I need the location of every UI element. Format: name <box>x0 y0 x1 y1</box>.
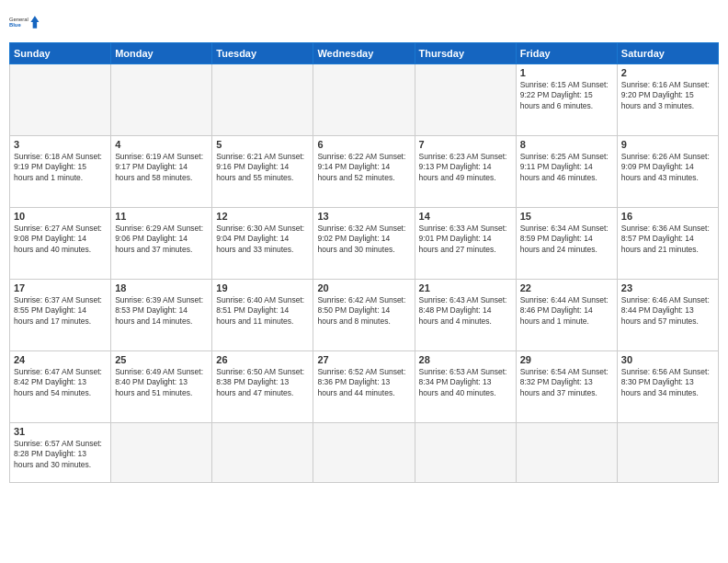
day-info: Sunrise: 6:44 AM Sunset: 8:46 PM Dayligh… <box>520 295 613 327</box>
day-number: 17 <box>14 282 107 293</box>
day-number: 2 <box>621 67 714 78</box>
day-info: Sunrise: 6:47 AM Sunset: 8:42 PM Dayligh… <box>14 367 107 398</box>
day-number: 13 <box>317 211 410 222</box>
weekday-header-sunday: Sunday <box>10 43 111 64</box>
day-number: 23 <box>621 282 714 293</box>
calendar-cell <box>415 64 516 136</box>
day-number: 25 <box>115 354 208 365</box>
calendar-cell <box>313 423 415 483</box>
calendar-cell: 9Sunrise: 6:26 AM Sunset: 9:09 PM Daylig… <box>617 136 718 208</box>
day-info: Sunrise: 6:26 AM Sunset: 9:09 PM Dayligh… <box>621 152 714 183</box>
day-info: Sunrise: 6:56 AM Sunset: 8:30 PM Dayligh… <box>621 367 714 398</box>
weekday-header-saturday: Saturday <box>617 43 718 64</box>
calendar-cell: 12Sunrise: 6:30 AM Sunset: 9:04 PM Dayli… <box>212 208 313 280</box>
day-info: Sunrise: 6:49 AM Sunset: 8:40 PM Dayligh… <box>115 367 208 398</box>
calendar-cell <box>415 423 516 483</box>
calendar-cell: 11Sunrise: 6:29 AM Sunset: 9:06 PM Dayli… <box>111 208 212 280</box>
calendar-week-0: 1Sunrise: 6:15 AM Sunset: 9:22 PM Daylig… <box>10 64 719 136</box>
day-number: 15 <box>520 211 613 222</box>
day-info: Sunrise: 6:23 AM Sunset: 9:13 PM Dayligh… <box>419 152 512 183</box>
calendar-cell: 20Sunrise: 6:42 AM Sunset: 8:50 PM Dayli… <box>313 280 415 351</box>
day-info: Sunrise: 6:27 AM Sunset: 9:08 PM Dayligh… <box>14 224 107 255</box>
day-number: 28 <box>419 354 512 365</box>
weekday-header-wednesday: Wednesday <box>313 43 415 64</box>
calendar-cell: 15Sunrise: 6:34 AM Sunset: 8:59 PM Dayli… <box>516 208 617 280</box>
day-number: 31 <box>14 426 107 437</box>
svg-text:Blue: Blue <box>9 22 21 28</box>
day-info: Sunrise: 6:57 AM Sunset: 8:28 PM Dayligh… <box>14 439 107 470</box>
day-number: 30 <box>621 354 714 365</box>
day-info: Sunrise: 6:43 AM Sunset: 8:48 PM Dayligh… <box>419 295 512 327</box>
calendar-cell <box>313 64 415 136</box>
calendar-week-5: 31Sunrise: 6:57 AM Sunset: 8:28 PM Dayli… <box>10 423 719 483</box>
calendar-cell: 24Sunrise: 6:47 AM Sunset: 8:42 PM Dayli… <box>10 351 111 423</box>
calendar-cell <box>212 423 313 483</box>
day-number: 11 <box>115 211 208 222</box>
calendar-cell: 22Sunrise: 6:44 AM Sunset: 8:46 PM Dayli… <box>516 280 617 351</box>
day-number: 20 <box>317 282 410 293</box>
day-info: Sunrise: 6:25 AM Sunset: 9:11 PM Dayligh… <box>520 152 613 183</box>
day-info: Sunrise: 6:19 AM Sunset: 9:17 PM Dayligh… <box>115 152 208 183</box>
day-number: 27 <box>317 354 410 365</box>
calendar-cell: 10Sunrise: 6:27 AM Sunset: 9:08 PM Dayli… <box>10 208 111 280</box>
calendar-cell: 25Sunrise: 6:49 AM Sunset: 8:40 PM Dayli… <box>111 351 212 423</box>
day-number: 9 <box>621 139 714 150</box>
day-number: 1 <box>520 67 613 78</box>
day-info: Sunrise: 6:15 AM Sunset: 9:22 PM Dayligh… <box>520 80 613 111</box>
calendar-cell: 27Sunrise: 6:52 AM Sunset: 8:36 PM Dayli… <box>313 351 415 423</box>
day-info: Sunrise: 6:32 AM Sunset: 9:02 PM Dayligh… <box>317 224 410 255</box>
calendar-cell: 28Sunrise: 6:53 AM Sunset: 8:34 PM Dayli… <box>415 351 516 423</box>
calendar-cell: 2Sunrise: 6:16 AM Sunset: 9:20 PM Daylig… <box>617 64 718 136</box>
calendar-cell <box>617 423 718 483</box>
svg-text:General: General <box>9 17 28 22</box>
calendar-table: SundayMondayTuesdayWednesdayThursdayFrid… <box>9 42 719 483</box>
day-info: Sunrise: 6:39 AM Sunset: 8:53 PM Dayligh… <box>115 295 208 327</box>
calendar-cell: 26Sunrise: 6:50 AM Sunset: 8:38 PM Dayli… <box>212 351 313 423</box>
weekday-header-row: SundayMondayTuesdayWednesdayThursdayFrid… <box>10 43 719 64</box>
day-number: 18 <box>115 282 208 293</box>
day-number: 24 <box>14 354 107 365</box>
page: GeneralBlue SundayMondayTuesdayWednesday… <box>0 0 728 563</box>
calendar-cell: 21Sunrise: 6:43 AM Sunset: 8:48 PM Dayli… <box>415 280 516 351</box>
day-info: Sunrise: 6:34 AM Sunset: 8:59 PM Dayligh… <box>520 224 613 255</box>
day-number: 7 <box>419 139 512 150</box>
day-info: Sunrise: 6:52 AM Sunset: 8:36 PM Dayligh… <box>317 367 410 398</box>
day-number: 4 <box>115 139 208 150</box>
logo: GeneralBlue <box>9 9 42 35</box>
day-number: 10 <box>14 211 107 222</box>
calendar-cell: 31Sunrise: 6:57 AM Sunset: 8:28 PM Dayli… <box>10 423 111 483</box>
day-info: Sunrise: 6:29 AM Sunset: 9:06 PM Dayligh… <box>115 224 208 255</box>
calendar-cell: 6Sunrise: 6:22 AM Sunset: 9:14 PM Daylig… <box>313 136 415 208</box>
calendar-cell: 13Sunrise: 6:32 AM Sunset: 9:02 PM Dayli… <box>313 208 415 280</box>
day-info: Sunrise: 6:50 AM Sunset: 8:38 PM Dayligh… <box>216 367 309 398</box>
calendar-cell: 1Sunrise: 6:15 AM Sunset: 9:22 PM Daylig… <box>516 64 617 136</box>
calendar-cell: 18Sunrise: 6:39 AM Sunset: 8:53 PM Dayli… <box>111 280 212 351</box>
day-number: 29 <box>520 354 613 365</box>
day-info: Sunrise: 6:40 AM Sunset: 8:51 PM Dayligh… <box>216 295 309 327</box>
day-number: 26 <box>216 354 309 365</box>
svg-marker-2 <box>30 16 39 29</box>
day-info: Sunrise: 6:53 AM Sunset: 8:34 PM Dayligh… <box>419 367 512 398</box>
day-number: 6 <box>317 139 410 150</box>
calendar-cell: 4Sunrise: 6:19 AM Sunset: 9:17 PM Daylig… <box>111 136 212 208</box>
day-info: Sunrise: 6:46 AM Sunset: 8:44 PM Dayligh… <box>621 295 714 327</box>
day-number: 8 <box>520 139 613 150</box>
weekday-header-tuesday: Tuesday <box>212 43 313 64</box>
day-number: 3 <box>14 139 107 150</box>
calendar-cell <box>516 423 617 483</box>
calendar-cell: 7Sunrise: 6:23 AM Sunset: 9:13 PM Daylig… <box>415 136 516 208</box>
calendar-cell: 5Sunrise: 6:21 AM Sunset: 9:16 PM Daylig… <box>212 136 313 208</box>
day-info: Sunrise: 6:37 AM Sunset: 8:55 PM Dayligh… <box>14 295 107 327</box>
calendar-cell: 16Sunrise: 6:36 AM Sunset: 8:57 PM Dayli… <box>617 208 718 280</box>
calendar-cell <box>10 64 111 136</box>
day-info: Sunrise: 6:21 AM Sunset: 9:16 PM Dayligh… <box>216 152 309 183</box>
day-number: 16 <box>621 211 714 222</box>
calendar-week-3: 17Sunrise: 6:37 AM Sunset: 8:55 PM Dayli… <box>10 280 719 351</box>
calendar-cell: 23Sunrise: 6:46 AM Sunset: 8:44 PM Dayli… <box>617 280 718 351</box>
calendar-cell: 29Sunrise: 6:54 AM Sunset: 8:32 PM Dayli… <box>516 351 617 423</box>
day-number: 14 <box>419 211 512 222</box>
day-info: Sunrise: 6:18 AM Sunset: 9:19 PM Dayligh… <box>14 152 107 183</box>
calendar-cell: 14Sunrise: 6:33 AM Sunset: 9:01 PM Dayli… <box>415 208 516 280</box>
day-info: Sunrise: 6:22 AM Sunset: 9:14 PM Dayligh… <box>317 152 410 183</box>
day-number: 22 <box>520 282 613 293</box>
